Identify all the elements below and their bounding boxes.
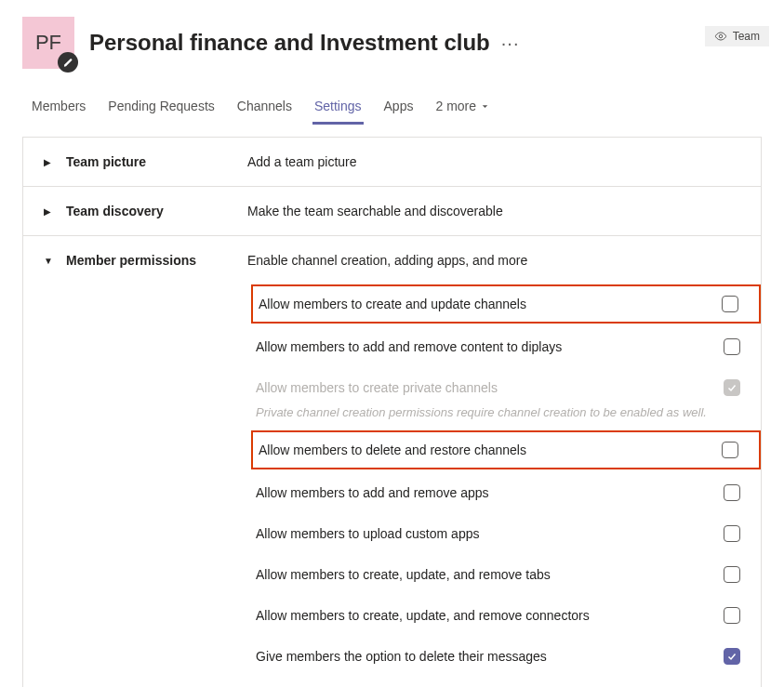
- team-avatar[interactable]: PF: [22, 17, 74, 69]
- eye-icon: [714, 30, 727, 43]
- permission-help-text: Private channel creation permissions req…: [256, 405, 761, 430]
- title-row: Personal finance and Investment club ···: [89, 30, 519, 56]
- tab-channels[interactable]: Channels: [228, 89, 301, 125]
- section-team-picture-desc: Add a team picture: [247, 154, 357, 169]
- permission-row: Allow members to add and remove apps: [256, 475, 761, 510]
- permission-checkbox[interactable]: [724, 484, 740, 501]
- permission-checkbox[interactable]: [722, 296, 738, 312]
- permission-label: Give members the option to delete their …: [256, 649, 547, 664]
- section-team-discovery-title: Team discovery: [66, 204, 247, 218]
- arrow-down-icon: ▼: [44, 256, 55, 266]
- tab-settings[interactable]: Settings: [305, 89, 371, 125]
- permission-checkbox[interactable]: [724, 566, 740, 583]
- visibility-label: Team: [733, 30, 760, 43]
- section-team-discovery-header[interactable]: ▶ Team discovery Make the team searchabl…: [23, 187, 761, 235]
- permission-row: Allow members to delete and restore chan…: [251, 430, 761, 469]
- permission-label: Allow members to delete and restore chan…: [259, 443, 526, 457]
- permission-label: Allow members to create, update, and rem…: [256, 608, 590, 623]
- tab-more-label: 2 more: [435, 99, 476, 113]
- permission-checkbox[interactable]: [724, 607, 740, 624]
- team-header: PF Personal finance and Investment club …: [0, 0, 784, 86]
- tab-members[interactable]: Members: [22, 89, 95, 125]
- section-team-picture-title: Team picture: [66, 154, 247, 169]
- chevron-down-icon: [480, 101, 490, 112]
- permission-row: Allow members to create, update, and rem…: [256, 598, 761, 633]
- permission-label: Allow members to add and remove content …: [256, 339, 562, 354]
- permission-checkbox: [724, 379, 740, 396]
- section-team-picture: ▶ Team picture Add a team picture: [23, 138, 761, 187]
- permission-row: Allow members to create and update chann…: [251, 284, 761, 324]
- section-member-permissions-title: Member permissions: [66, 253, 247, 268]
- section-member-permissions-desc: Enable channel creation, adding apps, an…: [247, 253, 527, 268]
- permission-label: Allow members to create, update, and rem…: [256, 567, 551, 582]
- permission-row: Allow members to add and remove content …: [256, 329, 761, 364]
- more-options-button[interactable]: ···: [501, 33, 520, 52]
- permission-list: Allow members to create and update chann…: [23, 284, 761, 687]
- tab-apps[interactable]: Apps: [375, 89, 423, 125]
- tab-more[interactable]: 2 more: [426, 89, 499, 125]
- permission-checkbox[interactable]: [722, 442, 738, 458]
- permission-checkbox[interactable]: [724, 338, 740, 355]
- team-title: Personal finance and Investment club: [89, 30, 490, 56]
- section-member-permissions: ▼ Member permissions Enable channel crea…: [23, 236, 761, 687]
- permission-label: Allow members to add and remove apps: [256, 485, 489, 500]
- permission-label: Allow members to create private channels: [256, 380, 498, 395]
- permission-label: Allow members to create and update chann…: [259, 297, 526, 311]
- permission-row: Give members the option to edit their me…: [256, 680, 761, 687]
- arrow-right-icon: ▶: [44, 157, 55, 167]
- permission-label: Allow members to upload custom apps: [256, 526, 479, 541]
- tab-pending-requests[interactable]: Pending Requests: [99, 89, 223, 125]
- permission-row: Allow members to create private channels: [256, 370, 761, 405]
- section-team-discovery: ▶ Team discovery Make the team searchabl…: [23, 187, 761, 236]
- arrow-right-icon: ▶: [44, 206, 55, 217]
- tab-bar: Members Pending Requests Channels Settin…: [0, 89, 784, 126]
- section-team-picture-header[interactable]: ▶ Team picture Add a team picture: [23, 138, 761, 186]
- pencil-icon: [63, 58, 73, 68]
- permission-checkbox[interactable]: [724, 525, 740, 542]
- settings-panel: ▶ Team picture Add a team picture ▶ Team…: [22, 137, 762, 687]
- section-member-permissions-header[interactable]: ▼ Member permissions Enable channel crea…: [23, 236, 761, 284]
- permission-row: Give members the option to delete their …: [256, 639, 761, 674]
- permission-row: Allow members to upload custom apps: [256, 516, 761, 551]
- section-team-discovery-desc: Make the team searchable and discoverabl…: [247, 204, 503, 218]
- edit-avatar-badge[interactable]: [58, 52, 78, 73]
- svg-point-0: [719, 34, 723, 38]
- permission-row: Allow members to create, update, and rem…: [256, 557, 761, 592]
- permission-checkbox[interactable]: [724, 648, 740, 665]
- team-visibility-pill[interactable]: Team: [705, 26, 769, 46]
